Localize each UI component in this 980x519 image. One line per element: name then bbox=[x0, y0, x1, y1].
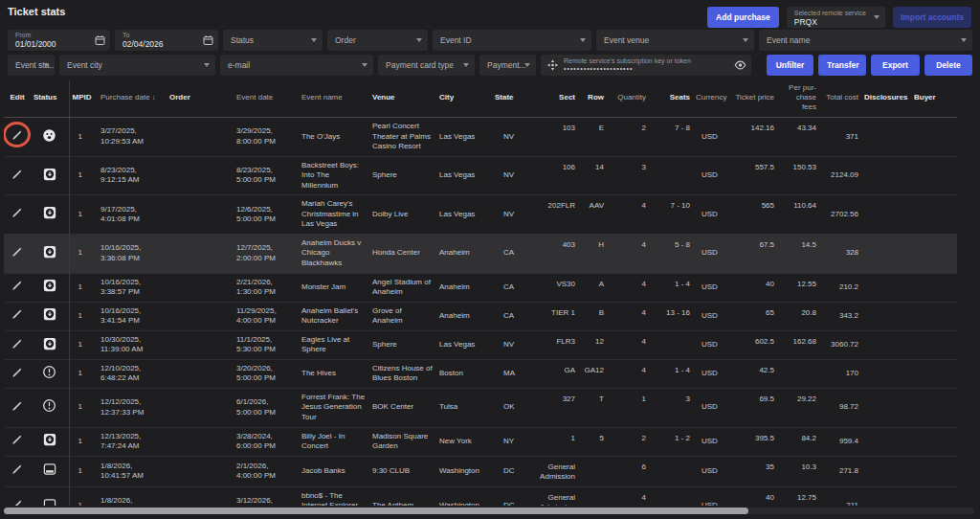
calendar-icon[interactable] bbox=[203, 35, 213, 46]
edit-button[interactable] bbox=[11, 498, 24, 506]
column-header-purchase_date[interactable]: Purchase date↓ bbox=[98, 80, 167, 118]
unfilter-button[interactable]: Unfilter bbox=[767, 55, 813, 76]
table-row[interactable]: 112/10/2025, 6:48:22 AM3/20/2026, 5:00:0… bbox=[4, 359, 957, 388]
order-filter[interactable]: Order bbox=[327, 30, 428, 51]
remote-service-select[interactable]: Selected remote service PRQX bbox=[787, 7, 885, 28]
status-alert-icon[interactable] bbox=[42, 365, 56, 379]
edit-button[interactable] bbox=[11, 337, 24, 350]
edit-button[interactable] bbox=[11, 206, 24, 219]
column-header-sect[interactable]: Sect bbox=[528, 80, 578, 118]
column-header-order[interactable]: Order bbox=[167, 80, 234, 118]
event-status-filter[interactable]: Event sta... bbox=[8, 55, 55, 76]
status-import-icon[interactable] bbox=[43, 307, 56, 321]
cell-status bbox=[31, 388, 69, 427]
table-row[interactable]: 110/16/2025, 3:36:08 PM12/7/2025, 2:00:0… bbox=[4, 234, 957, 273]
cell-purchase_date: 12/13/2025, 7:47:24 AM bbox=[98, 427, 167, 456]
edit-button[interactable] bbox=[11, 307, 24, 321]
column-header-event_date[interactable]: Event date bbox=[234, 80, 299, 118]
cell-mpid: 1 bbox=[69, 456, 98, 486]
column-header-quantity[interactable]: Quantity bbox=[607, 80, 649, 118]
add-purchase-button[interactable]: Add purchase bbox=[707, 7, 779, 28]
column-header-fees[interactable]: Per pur­chase fees bbox=[777, 80, 819, 118]
horizontal-scrollbar-track[interactable] bbox=[4, 508, 974, 514]
event-city-filter[interactable]: Event city bbox=[59, 55, 215, 76]
status-import-icon[interactable] bbox=[43, 337, 56, 350]
column-header-disclosures[interactable]: Disclosures bbox=[861, 80, 911, 118]
status-face-icon[interactable] bbox=[42, 128, 56, 143]
cell-event_date: 2/1/2026, 4:00:00 PM bbox=[234, 456, 299, 486]
status-tray-icon[interactable] bbox=[43, 498, 56, 506]
status-import-icon[interactable] bbox=[43, 245, 56, 259]
cell-sect: 103 bbox=[528, 118, 578, 157]
column-header-mpid[interactable]: MPID bbox=[69, 80, 98, 118]
from-date-field[interactable]: From 01/01/2000 bbox=[8, 30, 110, 51]
column-header-status[interactable]: Status bbox=[31, 80, 69, 118]
edit-button[interactable] bbox=[11, 128, 24, 142]
status-import-icon[interactable] bbox=[43, 433, 56, 446]
payment-card-type-filter[interactable]: Payment card type bbox=[378, 55, 475, 76]
status-import-icon[interactable] bbox=[43, 279, 56, 292]
event-name-filter[interactable]: Event name bbox=[759, 30, 972, 51]
cell-venue: Sphere bbox=[369, 330, 436, 359]
edit-button[interactable] bbox=[11, 399, 24, 413]
cell-city: Anaheim bbox=[436, 234, 492, 273]
subscription-token-field[interactable]: Remote service's subscription key or tok… bbox=[541, 55, 751, 76]
table-row[interactable]: 112/13/2025, 7:47:24 AM3/28/2024, 6:00:0… bbox=[4, 427, 957, 456]
table-row[interactable]: 18/23/2025, 9:12:15 AM8/23/2025, 5:00:00… bbox=[4, 156, 957, 195]
status-import-icon[interactable] bbox=[43, 168, 56, 181]
event-venue-filter[interactable]: Event venue bbox=[596, 30, 754, 51]
table-row[interactable]: 110/16/2025, 3:41:54 PM11/29/2025, 4:00:… bbox=[4, 302, 957, 330]
edit-button[interactable] bbox=[11, 279, 24, 292]
remote-service-value: PRQX bbox=[794, 17, 866, 27]
cell-order bbox=[167, 156, 234, 195]
edit-button[interactable] bbox=[11, 245, 24, 259]
column-header-state[interactable]: State bbox=[492, 80, 528, 118]
cell-order bbox=[167, 486, 234, 506]
to-date-field[interactable]: To 02/04/2026 bbox=[115, 30, 218, 51]
column-header-seats[interactable]: Seats bbox=[649, 80, 693, 118]
status-alert-icon[interactable] bbox=[42, 398, 56, 413]
status-tray-icon[interactable] bbox=[43, 463, 56, 476]
column-header-row[interactable]: Row bbox=[578, 80, 607, 118]
cell-edit bbox=[4, 388, 31, 427]
cell-fees: 12.55 bbox=[777, 273, 819, 302]
status-import-icon[interactable] bbox=[43, 206, 56, 219]
column-header-city[interactable]: City bbox=[436, 80, 492, 118]
transfer-button[interactable]: Transfer bbox=[818, 55, 866, 76]
cell-mpid: 1 bbox=[69, 427, 98, 456]
delete-button[interactable]: Delete bbox=[924, 55, 972, 76]
payment-filter[interactable]: Payment... bbox=[479, 55, 536, 76]
column-header-buyer[interactable]: Buyer bbox=[911, 80, 957, 118]
edit-button[interactable] bbox=[11, 463, 24, 476]
cell-status bbox=[31, 427, 69, 456]
column-header-ticket_price[interactable]: Ticket price bbox=[729, 80, 777, 118]
table-row[interactable]: 13/27/2025, 10:29:53 AM3/29/2025, 8:00:0… bbox=[4, 118, 957, 157]
status-filter[interactable]: Status bbox=[223, 30, 323, 51]
edit-button[interactable] bbox=[11, 366, 24, 379]
column-header-edit[interactable]: Edit bbox=[4, 80, 31, 118]
column-header-venue[interactable]: Venue bbox=[369, 80, 436, 118]
calendar-icon[interactable] bbox=[95, 35, 105, 46]
table-row[interactable]: 112/12/2025, 12:37:33 PM6/1/2026, 5:00:0… bbox=[4, 388, 957, 427]
column-label: MPID bbox=[73, 93, 92, 102]
table-row[interactable]: 110/30/2025, 11:39:00 AM11/1/2025, 5:30:… bbox=[4, 330, 957, 359]
eye-icon[interactable] bbox=[734, 59, 746, 72]
table-row[interactable]: 11/8/2026, 10:41:57 AM2/1/2026, 4:00:00 … bbox=[4, 456, 957, 486]
export-button[interactable]: Export bbox=[871, 55, 920, 76]
column-header-currency[interactable]: Currency bbox=[693, 80, 729, 118]
column-header-event_name[interactable]: Event name bbox=[299, 80, 369, 118]
table-row[interactable]: 11/8/2026, 10:49:40 AM3/12/2026, 5:00:00… bbox=[4, 486, 957, 506]
column-header-total[interactable]: Total cost bbox=[819, 80, 861, 118]
table-row[interactable]: 110/16/2025, 3:38:57 PM2/21/2026, 1:30:0… bbox=[4, 273, 957, 302]
table-row[interactable]: 19/17/2025, 4:01:08 PM12/6/2025, 5:00:00… bbox=[4, 195, 957, 235]
cell-sect: General Admission bbox=[528, 486, 578, 506]
cell-quantity: 4 bbox=[607, 486, 649, 506]
edit-button[interactable] bbox=[11, 433, 24, 446]
cell-currency: USD bbox=[693, 359, 729, 388]
event-id-filter[interactable]: Event ID bbox=[433, 30, 591, 51]
edit-button[interactable] bbox=[11, 168, 24, 181]
horizontal-scrollbar-thumb[interactable] bbox=[4, 508, 748, 514]
email-filter[interactable]: e-mail bbox=[220, 55, 373, 76]
import-accounts-button[interactable]: Import accounts bbox=[893, 7, 971, 28]
cell-row bbox=[578, 456, 607, 486]
